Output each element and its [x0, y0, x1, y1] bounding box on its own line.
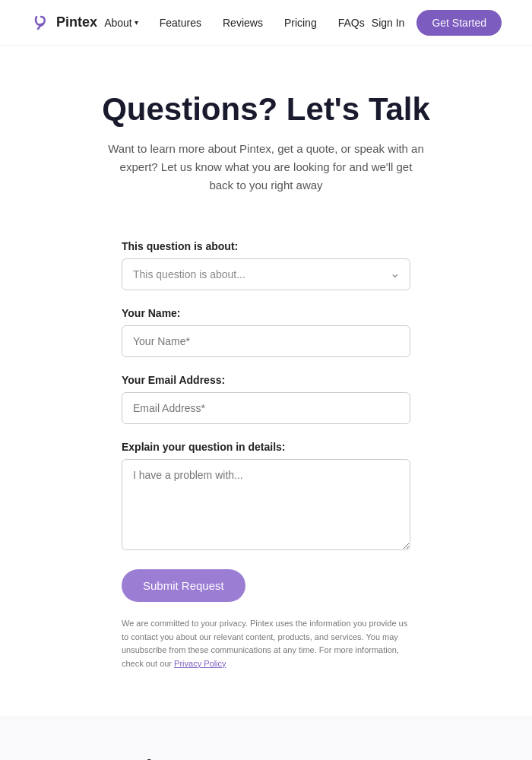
newsletter-section: Stay up to date with our news, ideas and…: [0, 716, 532, 760]
details-label: Explain your question in details:: [122, 441, 410, 453]
nav-about[interactable]: About ▾: [104, 17, 138, 29]
privacy-policy-link[interactable]: Privacy Policy: [174, 659, 226, 668]
email-input[interactable]: [122, 392, 410, 424]
contact-form-section: This question is about: This question is…: [106, 240, 426, 670]
nav-faqs[interactable]: FAQs: [338, 17, 365, 29]
topic-group: This question is about: This question is…: [122, 240, 410, 290]
name-input[interactable]: [122, 325, 410, 357]
navbar: Pintex About ▾ Features Reviews Pricing …: [0, 0, 532, 46]
nav-features[interactable]: Features: [160, 17, 201, 29]
name-label: Your Name:: [122, 307, 410, 319]
details-textarea[interactable]: [122, 459, 410, 550]
sign-in-link[interactable]: Sign In: [372, 17, 405, 29]
topic-select[interactable]: This question is about...: [122, 258, 410, 290]
logo-text: Pintex: [56, 14, 97, 30]
email-label: Your Email Address:: [122, 374, 410, 386]
topic-select-wrap: This question is about...: [122, 258, 410, 290]
page-title: Questions? Let's Talk: [30, 91, 502, 128]
email-group: Your Email Address:: [122, 374, 410, 424]
nav-reviews[interactable]: Reviews: [223, 17, 263, 29]
logo[interactable]: Pintex: [30, 12, 97, 33]
nav-actions: Sign In Get Started: [372, 10, 502, 36]
topic-label: This question is about:: [122, 240, 410, 252]
name-group: Your Name:: [122, 307, 410, 357]
nav-pricing[interactable]: Pricing: [284, 17, 317, 29]
logo-icon: [30, 12, 52, 33]
hero-description: Want to learn more about Pintex, get a q…: [106, 140, 426, 195]
hero-section: Questions? Let's Talk Want to learn more…: [0, 46, 532, 210]
newsletter-heading: Stay up to date with our news, ideas and…: [30, 754, 220, 760]
privacy-notice: We are committed to your privacy. Pintex…: [122, 617, 410, 670]
get-started-button[interactable]: Get Started: [416, 10, 502, 36]
nav-links: About ▾ Features Reviews Pricing FAQs: [104, 17, 365, 29]
details-group: Explain your question in details:: [122, 441, 410, 553]
submit-button[interactable]: Submit Request: [122, 569, 245, 602]
chevron-down-icon: ▾: [135, 18, 138, 27]
